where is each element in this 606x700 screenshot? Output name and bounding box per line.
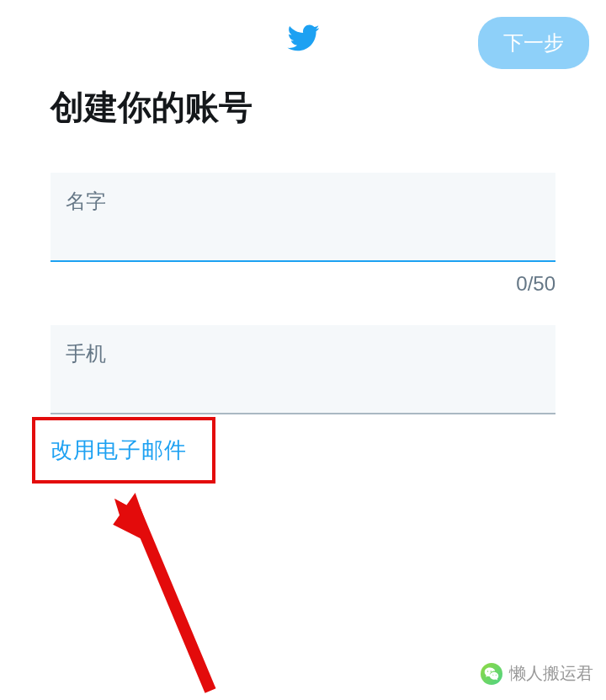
content-area: 创建你的账号 0/50	[0, 76, 606, 414]
watermark: 懒人搬运君	[481, 662, 593, 685]
arrow-annotation-icon	[101, 480, 236, 700]
name-input-group	[50, 173, 556, 262]
phone-input-group	[50, 325, 556, 414]
watermark-text: 懒人搬运君	[509, 662, 593, 685]
name-char-counter: 0/50	[50, 272, 556, 296]
svg-marker-2	[114, 499, 153, 541]
phone-input[interactable]	[50, 325, 556, 414]
wechat-icon	[481, 663, 502, 685]
twitter-logo-icon	[286, 21, 320, 55]
next-button[interactable]: 下一步	[478, 17, 589, 69]
page-title: 创建你的账号	[50, 84, 556, 131]
name-input[interactable]	[50, 173, 556, 262]
svg-marker-3	[114, 499, 135, 529]
switch-email-highlight-box: 改用电子邮件	[32, 417, 215, 484]
svg-line-1	[135, 510, 210, 691]
switch-to-email-link[interactable]: 改用电子邮件	[50, 437, 187, 462]
header: 下一步	[0, 0, 606, 76]
